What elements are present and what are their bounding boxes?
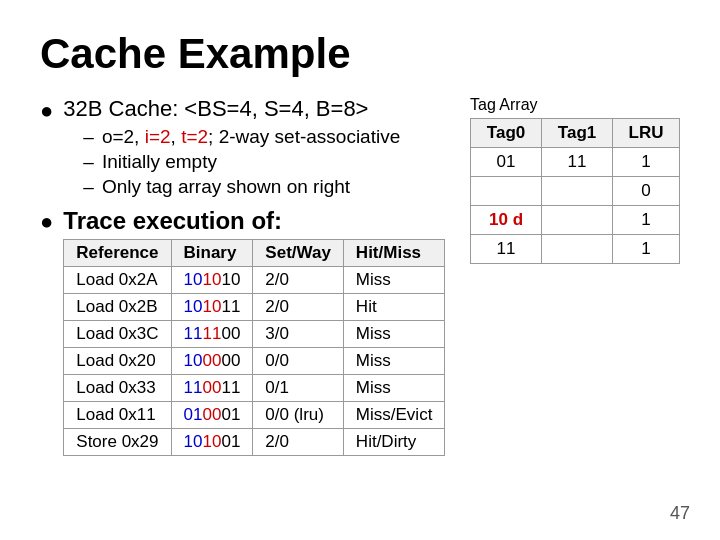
cell-binary: 111100 (171, 321, 253, 348)
bullet-2-text: Trace execution of: (63, 207, 282, 234)
cell-setway: 2/0 (253, 294, 344, 321)
table-header-row: Reference Binary Set/Way Hit/Miss (64, 240, 445, 267)
cell-setway: 2/0 (253, 429, 344, 456)
table-row: Store 0x291010012/0Hit/Dirty (64, 429, 445, 456)
sub-text-3: Only tag array shown on right (102, 176, 350, 198)
table-row: Load 0x2B1010112/0Hit (64, 294, 445, 321)
bullet-1-text: 32B Cache: <BS=4, S=4, B=8> (63, 96, 368, 121)
cell-binary: 101011 (171, 294, 253, 321)
cell-reference: Store 0x29 (64, 429, 171, 456)
cell-binary: 101001 (171, 429, 253, 456)
cell-hitmiss: Hit (343, 294, 445, 321)
slide-number: 47 (670, 503, 690, 524)
bullet-list: ● 32B Cache: <BS=4, S=4, B=8> – o=2, i=2… (40, 96, 470, 456)
cell-hitmiss: Miss (343, 375, 445, 402)
slide-title: Cache Example (40, 30, 680, 78)
sub-item-1: – o=2, i=2, t=2; 2-way set-associative (83, 126, 400, 148)
tag-array-label: Tag Array (470, 96, 680, 114)
col-header-reference: Reference (64, 240, 171, 267)
tag-table-row: 111 (471, 235, 680, 264)
tag-col-lru: LRU (613, 119, 680, 148)
left-content: ● 32B Cache: <BS=4, S=4, B=8> – o=2, i=2… (40, 96, 470, 462)
tag-cell-tag0: 01 (471, 148, 542, 177)
cell-reference: Load 0x20 (64, 348, 171, 375)
tag-cell-lru: 1 (613, 148, 680, 177)
col-header-hitmiss: Hit/Miss (343, 240, 445, 267)
tag-col-tag1: Tag1 (542, 119, 613, 148)
cell-binary: 110011 (171, 375, 253, 402)
tag-table-row: 01111 (471, 148, 680, 177)
table-row: Load 0x331100110/1Miss (64, 375, 445, 402)
bullet-item-2: ● Trace execution of: Reference Binary S… (40, 207, 470, 456)
cell-setway: 0/1 (253, 375, 344, 402)
cell-setway: 2/0 (253, 267, 344, 294)
dash-3: – (83, 176, 94, 198)
bullet-dot-1: ● (40, 98, 53, 124)
tag-cell-tag1 (542, 206, 613, 235)
cell-setway: 0/0 (lru) (253, 402, 344, 429)
cell-setway: 3/0 (253, 321, 344, 348)
tag-array-table: Tag0 Tag1 LRU 01111010 d1111 (470, 118, 680, 264)
slide: Cache Example ● 32B Cache: <BS=4, S=4, B… (0, 0, 720, 540)
tag-table-row: 10 d1 (471, 206, 680, 235)
tag-cell-tag0: 11 (471, 235, 542, 264)
sub-item-3: – Only tag array shown on right (83, 176, 400, 198)
sub-item-2: – Initially empty (83, 151, 400, 173)
cell-hitmiss: Miss (343, 321, 445, 348)
cell-hitmiss: Miss (343, 267, 445, 294)
dash-2: – (83, 151, 94, 173)
col-header-setway: Set/Way (253, 240, 344, 267)
tag-array-section: Tag Array Tag0 Tag1 LRU 01111010 d1111 (470, 96, 680, 462)
tag-table-header-row: Tag0 Tag1 LRU (471, 119, 680, 148)
cell-hitmiss: Miss/Evict (343, 402, 445, 429)
cell-binary: 100000 (171, 348, 253, 375)
cell-setway: 0/0 (253, 348, 344, 375)
dash-1: – (83, 126, 94, 148)
table-row: Load 0x3C1111003/0Miss (64, 321, 445, 348)
sub-text-1: o=2, i=2, t=2; 2-way set-associative (102, 126, 400, 148)
tag-cell-tag0: 10 d (471, 206, 542, 235)
cell-reference: Load 0x11 (64, 402, 171, 429)
bullet-item-1: ● 32B Cache: <BS=4, S=4, B=8> – o=2, i=2… (40, 96, 470, 201)
sub-list-1: – o=2, i=2, t=2; 2-way set-associative –… (83, 126, 400, 198)
cell-reference: Load 0x2A (64, 267, 171, 294)
cell-reference: Load 0x3C (64, 321, 171, 348)
table-row: Load 0x201000000/0Miss (64, 348, 445, 375)
tag-col-tag0: Tag0 (471, 119, 542, 148)
bullet-dot-2: ● (40, 209, 53, 235)
cell-binary: 101010 (171, 267, 253, 294)
tag-cell-lru: 1 (613, 235, 680, 264)
tag-cell-lru: 0 (613, 177, 680, 206)
cell-hitmiss: Miss (343, 348, 445, 375)
tag-table-row: 0 (471, 177, 680, 206)
reference-table: Reference Binary Set/Way Hit/Miss Load 0… (63, 239, 445, 456)
tag-cell-tag0 (471, 177, 542, 206)
table-row: Load 0x2A1010102/0Miss (64, 267, 445, 294)
tag-cell-tag1: 11 (542, 148, 613, 177)
tag-cell-tag1 (542, 177, 613, 206)
sub-text-2: Initially empty (102, 151, 217, 173)
cell-reference: Load 0x2B (64, 294, 171, 321)
table-row: Load 0x110100010/0 (lru)Miss/Evict (64, 402, 445, 429)
cell-binary: 010001 (171, 402, 253, 429)
col-header-binary: Binary (171, 240, 253, 267)
cell-hitmiss: Hit/Dirty (343, 429, 445, 456)
cell-reference: Load 0x33 (64, 375, 171, 402)
tag-cell-lru: 1 (613, 206, 680, 235)
tag-cell-tag1 (542, 235, 613, 264)
